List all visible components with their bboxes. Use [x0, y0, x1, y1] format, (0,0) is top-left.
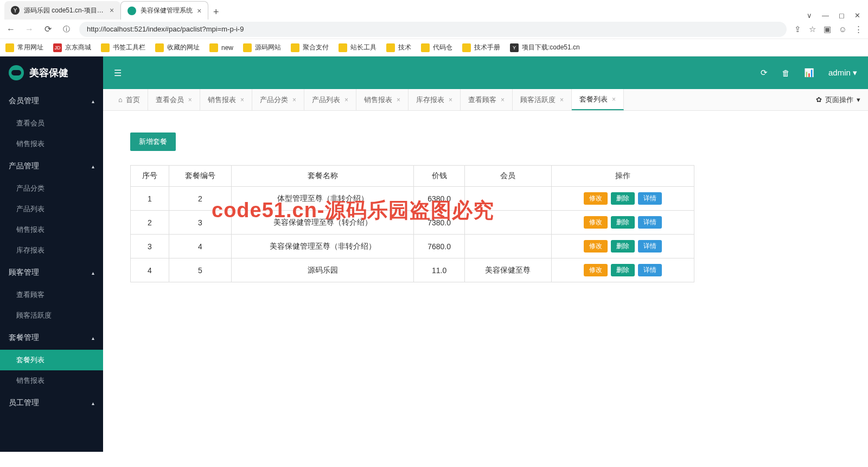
bookmark-item[interactable]: 书签工具栏	[101, 43, 145, 52]
close-icon[interactable]: ×	[292, 96, 296, 104]
browser-tab-1[interactable]: 美容保健管理系统 ×	[120, 1, 208, 20]
chevron-down-icon[interactable]: ∨	[807, 11, 812, 20]
delete-button[interactable]: 删除	[611, 240, 635, 253]
share-icon[interactable]: ⇪	[794, 24, 801, 34]
page-tab[interactable]: 销售报表×	[356, 89, 409, 110]
back-button[interactable]: ←	[5, 24, 16, 34]
page-tab[interactable]: 产品列表×	[304, 89, 356, 110]
sidebar-item[interactable]: 销售报表	[0, 219, 103, 240]
sidebar-item[interactable]: 销售报表	[0, 134, 103, 154]
close-icon[interactable]: ×	[501, 96, 505, 104]
bookmark-item[interactable]: 源码网站	[243, 43, 281, 52]
bookmark-item[interactable]: 聚合支付	[291, 43, 329, 52]
close-icon[interactable]: ×	[344, 96, 348, 104]
minimize-icon[interactable]: —	[822, 11, 829, 20]
edit-button[interactable]: 修改	[584, 192, 608, 205]
sidebar-item[interactable]: 销售报表	[0, 370, 103, 391]
window-close-icon[interactable]: ✕	[854, 11, 860, 20]
page-tab[interactable]: 销售报表×	[200, 89, 252, 110]
menu-icon[interactable]: ⋮	[854, 24, 863, 34]
sidebar-toggle-icon[interactable]: ☰	[114, 68, 122, 78]
table-header: 操作	[551, 166, 694, 187]
close-icon[interactable]: ×	[240, 96, 244, 104]
sidebar-group[interactable]: 套餐管理▴	[0, 326, 103, 350]
bookmark-item[interactable]: 技术	[386, 43, 411, 52]
refresh-icon[interactable]: ⟳	[761, 68, 768, 78]
detail-button[interactable]: 详情	[638, 264, 662, 276]
add-package-button[interactable]: 新增套餐	[130, 132, 176, 151]
close-icon[interactable]: ×	[612, 96, 616, 103]
sidebar-item[interactable]: 顾客活跃度	[0, 305, 103, 326]
sidebar-item[interactable]: 查看顾客	[0, 285, 103, 305]
close-icon[interactable]: ×	[397, 96, 400, 104]
page-tab[interactable]: 产品分类×	[252, 89, 304, 110]
page-tab[interactable]: 顾客活跃度×	[513, 89, 572, 110]
page-ops-button[interactable]: ✿ 页面操作 ▾	[816, 89, 860, 110]
bookmark-item[interactable]: new	[209, 43, 233, 52]
close-icon[interactable]: ×	[560, 96, 564, 104]
page-tab[interactable]: 库存报表×	[409, 89, 461, 110]
brand-title: 美容保健	[29, 66, 68, 79]
sidebar-group[interactable]: 顾客管理▴	[0, 261, 103, 285]
detail-button[interactable]: 详情	[638, 240, 662, 253]
bookmarks-bar: 常用网址 JD京东商城 书签工具栏 收藏的网址 new 源码网站 聚合支付 站长…	[0, 39, 868, 56]
reload-button[interactable]: ⟳	[42, 24, 53, 34]
trash-icon[interactable]: 🗑	[782, 68, 790, 78]
url-input[interactable]	[79, 22, 787, 37]
bookmark-item[interactable]: Y项目下载:code51.cn	[510, 43, 580, 52]
detail-button[interactable]: 详情	[638, 192, 662, 205]
delete-button[interactable]: 删除	[611, 264, 635, 276]
gear-icon: ✿	[816, 96, 822, 104]
table-cell: 美容保健管理至尊（转介绍）	[232, 211, 414, 235]
edit-button[interactable]: 修改	[584, 264, 608, 276]
extensions-icon[interactable]: ▣	[824, 24, 831, 34]
table-header: 套餐编号	[169, 166, 231, 187]
bookmark-item[interactable]: JD京东商城	[53, 43, 91, 52]
bookmark-item[interactable]: 收藏的网址	[155, 43, 200, 52]
sidebar-item[interactable]: 产品列表	[0, 199, 103, 219]
bookmark-item[interactable]: 技术手册	[462, 43, 500, 52]
table-header: 序号	[131, 166, 169, 187]
forward-button[interactable]: →	[24, 24, 35, 34]
favicon-y-icon: Y	[11, 6, 20, 15]
table-cell-actions: 修改删除详情	[551, 258, 694, 282]
maximize-icon[interactable]: ◻	[839, 11, 845, 20]
table-cell-actions: 修改删除详情	[551, 187, 694, 211]
edit-button[interactable]: 修改	[584, 240, 608, 253]
delete-button[interactable]: 删除	[611, 192, 635, 205]
sidebar-item[interactable]: 产品分类	[0, 178, 103, 199]
info-icon[interactable]: ⓘ	[61, 24, 72, 34]
close-icon[interactable]: ×	[188, 96, 192, 104]
address-bar: ← → ⟳ ⓘ ⇪ ☆ ▣ ☺ ⋮	[0, 20, 868, 39]
sidebar-item[interactable]: 套餐列表	[0, 350, 103, 370]
bookmark-item[interactable]: 常用网址	[5, 43, 43, 52]
bookmark-item[interactable]: 代码仓	[421, 43, 452, 52]
page-tab[interactable]: 套餐列表×	[572, 89, 624, 110]
bookmark-item[interactable]: 站长工具	[339, 43, 376, 52]
user-menu[interactable]: admin ▾	[828, 68, 857, 78]
sidebar-item[interactable]: 查看会员	[0, 113, 103, 134]
tab-home[interactable]: ⌂ 首页	[111, 89, 148, 110]
sidebar-group[interactable]: 产品管理▴	[0, 154, 103, 178]
edit-button[interactable]: 修改	[584, 216, 608, 229]
logo-icon	[9, 65, 24, 80]
sidebar-item[interactable]: 库存报表	[0, 240, 103, 261]
delete-button[interactable]: 删除	[611, 216, 635, 229]
browser-tab-0[interactable]: Y 源码乐园 code51.cn-项目论文代 ×	[4, 1, 120, 20]
page-tab[interactable]: 查看会员×	[148, 89, 200, 110]
new-tab-button[interactable]: +	[208, 4, 224, 20]
close-icon[interactable]: ×	[197, 7, 201, 15]
page-tab[interactable]: 查看顾客×	[461, 89, 513, 110]
table-cell: 4	[169, 235, 231, 258]
sidebar-group[interactable]: 会员管理▴	[0, 89, 103, 113]
detail-button[interactable]: 详情	[638, 216, 662, 229]
close-icon[interactable]: ×	[110, 6, 114, 15]
table-cell: 2	[169, 187, 231, 211]
star-icon[interactable]: ☆	[809, 24, 816, 34]
sidebar-group[interactable]: 员工管理▴	[0, 391, 103, 415]
chevron-up-icon: ▴	[92, 335, 94, 341]
profile-icon[interactable]: ☺	[839, 24, 847, 34]
table-header: 套餐名称	[232, 166, 414, 187]
close-icon[interactable]: ×	[449, 96, 452, 104]
dashboard-icon[interactable]: 📊	[804, 68, 814, 78]
